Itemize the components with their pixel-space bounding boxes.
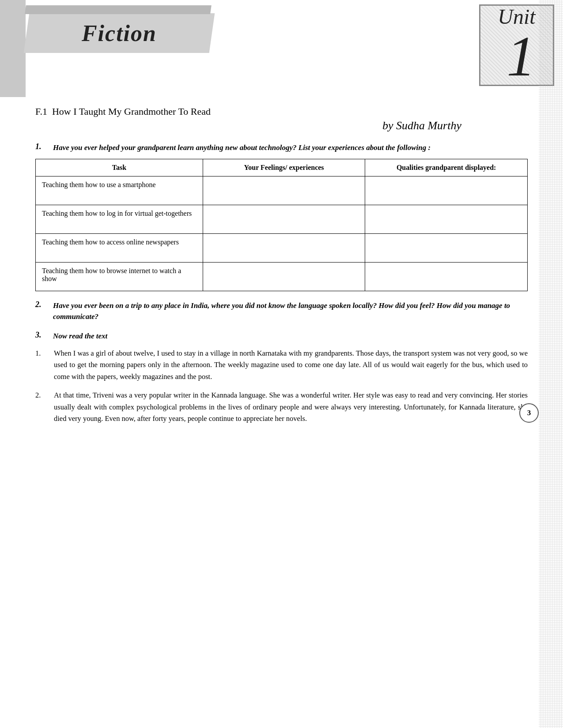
table-header-task: Task (36, 159, 203, 176)
paragraph-list: 1. When I was a girl of about twelve, I … (35, 348, 528, 424)
feelings-2 (203, 205, 365, 233)
question-3-text: Now read the text (53, 330, 107, 342)
task-3: Teaching them how to access online newsp… (36, 233, 203, 262)
table-header-qualities: Qualities grandparent displayed: (365, 159, 528, 176)
unit-number: 1 (506, 27, 535, 85)
question-2-number: 2. (35, 300, 46, 323)
question-1: 1. Have you ever helped your grandparent… (35, 142, 528, 291)
table-header-row: Task Your Feelings/ experiences Qualitie… (36, 159, 528, 176)
question-3-header: 3. Now read the text (35, 330, 528, 342)
header-area: Fiction Unit 1 (0, 0, 563, 97)
author-line: by Sudha Murthy (35, 119, 461, 132)
para-1-number: 1. (35, 348, 45, 383)
list-item: 1. When I was a girl of about twelve, I … (35, 348, 528, 383)
question-1-number: 1. (35, 142, 46, 154)
task-2: Teaching them how to log in for virtual … (36, 205, 203, 233)
question-3: 3. Now read the text (35, 330, 528, 342)
fiction-label: Fiction (82, 20, 157, 46)
unit-number-box: Unit 1 (479, 4, 554, 86)
question-1-text: Have you ever helped your grandparent le… (53, 142, 431, 154)
section-title: F.1 How I Taught My Grandmother To Read (35, 106, 528, 117)
feelings-1 (203, 176, 365, 205)
para-2-text: At that time, Triveni was a very popular… (54, 390, 528, 424)
para-2-number: 2. (35, 390, 45, 424)
table-row: Teaching them how to access online newsp… (36, 233, 528, 262)
table-row: Teaching them how to use a smartphone (36, 176, 528, 205)
section-heading: How I Taught My Grandmother To Read (52, 106, 211, 117)
question-1-header: 1. Have you ever helped your grandparent… (35, 142, 528, 154)
table-row: Teaching them how to browse internet to … (36, 262, 528, 291)
question-2-header: 2. Have you ever been on a trip to any p… (35, 300, 528, 323)
feelings-3 (203, 233, 365, 262)
question-2: 2. Have you ever been on a trip to any p… (35, 300, 528, 323)
table-header-feelings: Your Feelings/ experiences (203, 159, 365, 176)
task-4: Teaching them how to browse internet to … (36, 262, 203, 291)
qualities-1 (365, 176, 528, 205)
list-item: 2. At that time, Triveni was a very popu… (35, 390, 528, 424)
activity-table: Task Your Feelings/ experiences Qualitie… (35, 159, 528, 291)
feelings-4 (203, 262, 365, 291)
para-1-text: When I was a girl of about twelve, I use… (54, 348, 528, 383)
qualities-4 (365, 262, 528, 291)
question-2-text: Have you ever been on a trip to any plac… (53, 300, 528, 323)
qualities-3 (365, 233, 528, 262)
qualities-2 (365, 205, 528, 233)
fiction-banner: Fiction (24, 13, 215, 53)
task-1: Teaching them how to use a smartphone (36, 176, 203, 205)
page-number: 3 (519, 403, 539, 423)
section-id: F.1 (35, 106, 47, 117)
main-content: F.1 How I Taught My Grandmother To Read … (0, 101, 563, 440)
question-3-number: 3. (35, 330, 46, 342)
table-row: Teaching them how to log in for virtual … (36, 205, 528, 233)
left-sidebar-decoration (0, 0, 26, 97)
